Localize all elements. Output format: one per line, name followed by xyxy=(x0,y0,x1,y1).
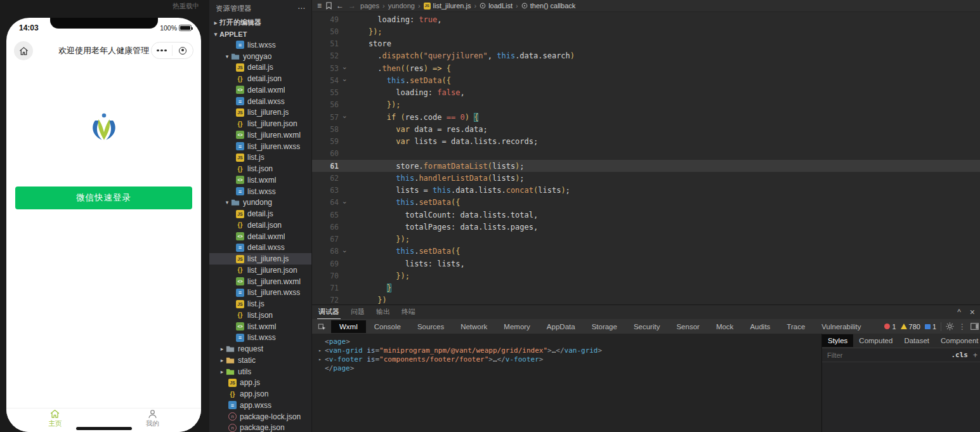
collapse-panel-icon[interactable]: ^ xyxy=(957,308,961,316)
fold-chevron-icon[interactable]: › xyxy=(340,248,350,255)
tree-file-detail.js[interactable]: JSdetail.js xyxy=(209,208,311,219)
tree-folder-utils[interactable]: ▸utils xyxy=(209,366,311,377)
inspector-tab-styles[interactable]: Styles xyxy=(822,334,853,347)
tree-file-detail.js[interactable]: JSdetail.js xyxy=(209,62,311,74)
close-mini-program-button[interactable] xyxy=(173,47,193,55)
tree-folder-request[interactable]: ▸request xyxy=(209,343,311,355)
devtools-tab-audits[interactable]: Audits xyxy=(742,320,778,333)
filter-input[interactable]: Filter xyxy=(827,351,842,359)
tree-file-list_jiluren.wxml[interactable]: <>list_jiluren.wxml xyxy=(209,276,311,287)
code-line-66[interactable]: 66 totalPages: data.lists.pages, xyxy=(312,221,980,233)
tree-file-list_jiluren.json[interactable]: {}list_jiluren.json xyxy=(209,118,311,129)
tree-file-list.json[interactable]: {}list.json xyxy=(209,310,311,321)
tree-folder-yundong[interactable]: ▾yundong xyxy=(209,197,311,209)
code-line-50[interactable]: 50 }); xyxy=(312,25,980,37)
devtools-tab-network[interactable]: Network xyxy=(452,320,495,333)
devtools-tab-mock[interactable]: Mock xyxy=(708,320,742,333)
tree-file-detail.json[interactable]: {}detail.json xyxy=(209,73,311,84)
tree-file-list.wxss[interactable]: ≡list.wxss xyxy=(209,186,311,197)
tree-file-list_jiluren.json[interactable]: {}list_jiluren.json xyxy=(209,265,311,276)
tree-file-app.js[interactable]: JSapp.js xyxy=(209,377,311,389)
wechat-login-button[interactable]: 微信快速登录 xyxy=(15,187,192,209)
explorer-more-button[interactable]: ⋯ xyxy=(297,4,305,13)
breadcrumb-item[interactable]: loadList xyxy=(488,2,513,10)
code-line-52[interactable]: 52 .dispatch("queryjiluren", this.data.s… xyxy=(312,50,980,62)
code-line-58[interactable]: 58 var data = res.data; xyxy=(312,123,980,135)
wxml-node[interactable]: </page> xyxy=(318,363,821,372)
tree-file-list.wxml[interactable]: <>list.wxml xyxy=(209,321,311,332)
devtools-tab-wxml[interactable]: Wxml xyxy=(331,320,366,333)
menu-icon[interactable]: ≡ xyxy=(317,2,322,10)
wxml-node[interactable]: <page> xyxy=(318,337,821,346)
breadcrumb-item[interactable]: pages xyxy=(360,2,379,10)
tree-file-detail.json[interactable]: {}detail.json xyxy=(209,219,311,231)
code-line-69[interactable]: 69 lists: lists, xyxy=(312,258,980,270)
wxml-node[interactable]: ▸<van-grid is="miniprogram_npm/@vant/wea… xyxy=(318,346,821,355)
code-line-67[interactable]: 67 }); xyxy=(312,233,980,245)
code-line-57[interactable]: 57› if (res.code == 0) { xyxy=(312,111,980,123)
code-line-72[interactable]: 72 }) xyxy=(312,294,980,304)
code-line-54[interactable]: 54› this.setData({ xyxy=(312,74,980,86)
tree-file-list.wxss[interactable]: ≡list.wxss xyxy=(209,39,311,51)
new-style-rule-button[interactable]: + xyxy=(973,351,977,360)
inspector-tab-computed[interactable]: Computed xyxy=(853,334,898,347)
devtools-tab-sources[interactable]: Sources xyxy=(409,320,452,333)
fold-chevron-icon[interactable]: › xyxy=(340,65,350,72)
code-line-63[interactable]: 63 lists = this.data.lists.concat(lists)… xyxy=(312,185,980,197)
wxml-node[interactable]: ▸<v-footer is="components/footer/footer"… xyxy=(318,355,821,363)
panel-tab-终端[interactable]: 终端 xyxy=(400,305,417,319)
code-line-62[interactable]: 62 this.handlerListData(lists); xyxy=(312,172,980,184)
panel-tab-输出[interactable]: 输出 xyxy=(375,305,391,319)
code-line-55[interactable]: 55 loading: false, xyxy=(312,87,980,99)
error-badge[interactable]: 1 xyxy=(884,323,896,331)
close-panel-icon[interactable]: × xyxy=(970,308,975,317)
expand-arrow-icon[interactable]: ▸ xyxy=(318,348,325,353)
devtools-tab-appdata[interactable]: AppData xyxy=(539,320,584,333)
code-line-68[interactable]: 68› this.setData({ xyxy=(312,245,980,258)
section-open-editors[interactable]: ▸ 打开的编辑器 xyxy=(209,16,311,29)
inspector-tab-component-data[interactable]: Component Data xyxy=(935,334,980,347)
code-line-61[interactable]: 61 store.formatDataList(lists); xyxy=(312,160,980,172)
inspect-element-icon[interactable] xyxy=(316,322,329,331)
fold-chevron-icon[interactable]: › xyxy=(340,199,350,206)
tree-file-detail.wxml[interactable]: <>detail.wxml xyxy=(209,84,311,96)
code-line-49[interactable]: 49 loading: true, xyxy=(312,13,980,25)
tree-file-list.json[interactable]: {}list.json xyxy=(209,163,311,174)
tree-file-list.js[interactable]: JSlist.js xyxy=(209,152,311,164)
code-line-71[interactable]: 71 } xyxy=(312,282,980,294)
tree-file-detail.wxss[interactable]: ≡detail.wxss xyxy=(209,242,311,254)
code-line-53[interactable]: 53› .then((res) => { xyxy=(312,62,980,74)
code-line-64[interactable]: 64› this.setData({ xyxy=(312,197,980,209)
tree-folder-static[interactable]: ▸static xyxy=(209,355,311,366)
bookmark-icon[interactable] xyxy=(326,2,332,10)
forward-button[interactable]: → xyxy=(348,2,356,10)
devtools-tab-console[interactable]: Console xyxy=(366,320,409,333)
breadcrumb-item[interactable]: then() callback xyxy=(530,2,576,10)
tree-file-list_jiluren.js[interactable]: JSlist_jiluren.js xyxy=(209,253,311,265)
tree-file-list_jiluren.wxml[interactable]: <>list_jiluren.wxml xyxy=(209,129,311,141)
warning-badge[interactable]: 780 xyxy=(901,323,920,331)
toggle-class-button[interactable]: .cls xyxy=(951,351,968,359)
tree-file-package-lock.json[interactable]: npackage-lock.json xyxy=(209,411,311,422)
devtools-tab-memory[interactable]: Memory xyxy=(495,320,539,333)
tree-file-list.wxml[interactable]: <>list.wxml xyxy=(209,174,311,186)
devtools-tab-security[interactable]: Security xyxy=(625,320,669,333)
breadcrumb-item[interactable]: list_jiluren.js xyxy=(433,2,471,10)
tree-file-list.js[interactable]: JSlist.js xyxy=(209,298,311,310)
kebab-menu-icon[interactable]: ⋮ xyxy=(958,322,966,331)
expand-arrow-icon[interactable]: ▸ xyxy=(318,357,325,362)
devtools-tab-storage[interactable]: Storage xyxy=(584,320,625,333)
dock-side-icon[interactable] xyxy=(970,323,979,330)
tree-file-app.wxss[interactable]: ≡app.wxss xyxy=(209,400,311,411)
more-button[interactable] xyxy=(152,49,172,52)
section-applet[interactable]: ▾ APPLET xyxy=(209,29,311,39)
settings-gear-icon[interactable] xyxy=(946,322,954,331)
panel-tab-调试器[interactable]: 调试器 xyxy=(317,305,341,319)
tree-file-detail.wxml[interactable]: <>detail.wxml xyxy=(209,231,311,242)
devtools-tab-trace[interactable]: Trace xyxy=(778,320,813,333)
tree-file-app.json[interactable]: {}app.json xyxy=(209,388,311,400)
tree-file-package.json[interactable]: npackage.json xyxy=(209,422,311,432)
code-line-65[interactable]: 65 totalCount: data.lists.total, xyxy=(312,209,980,221)
code-line-60[interactable]: 60 xyxy=(312,148,980,160)
tree-file-list_jiluren.js[interactable]: JSlist_jiluren.js xyxy=(209,107,311,119)
